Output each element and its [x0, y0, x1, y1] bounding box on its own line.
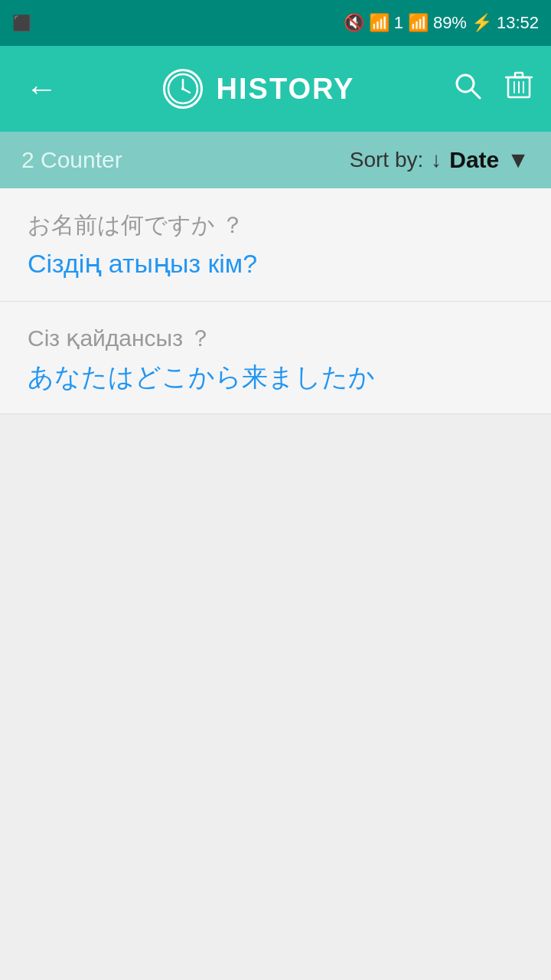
status-bar-left: ⬛	[12, 14, 31, 32]
svg-line-5	[471, 90, 480, 98]
trash-icon	[505, 71, 533, 100]
screen-icon: ⬛	[12, 14, 31, 32]
app-bar-title-area: HISTORY	[64, 69, 453, 109]
sort-control[interactable]: Sort by: ↓ Date ▼	[350, 147, 530, 173]
search-icon	[453, 71, 482, 100]
history-list: お名前は何ですか ？ Сіздің атыңыз кім? Сіз қайдан…	[0, 188, 551, 980]
list-item[interactable]: お名前は何ですか ？ Сіздің атыңыз кім?	[0, 188, 551, 302]
back-button[interactable]: ←	[18, 70, 64, 107]
sort-value-label: Date	[449, 147, 499, 173]
translation-text-1: Сіздің атыңыз кім?	[28, 246, 523, 283]
wifi-icon: 📶	[369, 13, 390, 33]
clock-icon	[163, 69, 203, 109]
status-bar-right: 🔇 📶 1 📶 89% ⚡ 13:52	[344, 13, 539, 33]
mute-icon: 🔇	[344, 13, 364, 33]
sort-dropdown-icon[interactable]: ▼	[507, 147, 530, 173]
sim1-icon: 1	[394, 13, 403, 33]
svg-point-3	[181, 87, 184, 90]
back-arrow-icon: ←	[25, 70, 57, 107]
source-text-1: お名前は何ですか ？	[28, 210, 523, 240]
signal-icon: 📶	[408, 13, 429, 33]
translation-text-2: あなたはどこから来ましたか	[28, 359, 523, 396]
battery-level: 89%	[433, 13, 467, 33]
sort-by-label: Sort by:	[350, 148, 423, 172]
status-bar: ⬛ 🔇 📶 1 📶 89% ⚡ 13:52	[0, 0, 551, 46]
time-display: 13:52	[497, 13, 539, 33]
clock-svg	[167, 73, 199, 105]
app-bar-title: HISTORY	[217, 73, 355, 106]
list-item[interactable]: Сіз қайдансыз ？ あなたはどこから来ましたか	[0, 302, 551, 415]
app-bar-actions	[453, 71, 533, 107]
search-button[interactable]	[453, 71, 482, 107]
source-text-2: Сіз қайдансыз ？	[28, 323, 523, 353]
app-bar: ← HISTORY	[0, 46, 551, 132]
svg-rect-8	[515, 73, 523, 77]
delete-button[interactable]	[505, 71, 533, 107]
sort-direction-icon: ↓	[431, 148, 442, 172]
battery-charging-icon: ⚡	[471, 13, 492, 33]
counter-label: 2 Counter	[21, 147, 350, 173]
sub-bar: 2 Counter Sort by: ↓ Date ▼	[0, 132, 551, 188]
